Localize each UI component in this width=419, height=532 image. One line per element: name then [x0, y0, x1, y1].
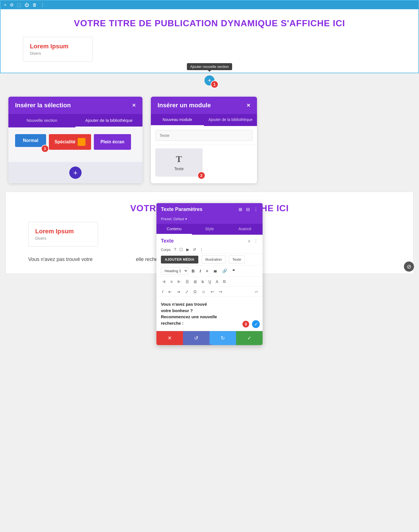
ts-tab-avance[interactable]: Avancé: [227, 224, 263, 235]
add-section-button[interactable]: + 1: [204, 75, 215, 86]
more-icon[interactable]: ⋮: [40, 2, 45, 8]
copy-format-button[interactable]: ⧉: [222, 278, 227, 285]
italic-button[interactable]: I: [198, 267, 203, 274]
bottom-lorem-card: Lorem Ipsum Divers: [28, 222, 98, 246]
tab-nouveau-module[interactable]: Nouveau module: [151, 114, 204, 126]
badge-3: 3: [242, 320, 250, 328]
lorem-card: Lorem Ipsum Divers: [23, 37, 93, 61]
ts-fullscreen-icon[interactable]: ⊞: [239, 207, 242, 212]
ts-collapse-icon[interactable]: ∧: [247, 238, 251, 244]
toolbar-strip[interactable]: + ⚙ ⬚ ⏻ 🗑 ⋮: [1, 1, 418, 9]
add-module-button[interactable]: +: [69, 167, 82, 179]
undo-btn[interactable]: ↩: [210, 289, 215, 295]
section-type-buttons: Normal 1 Spécialité Plein écran: [15, 134, 136, 150]
align-center-button[interactable]: ≡: [169, 279, 174, 285]
badge-2: 2: [197, 172, 205, 179]
top-editor-section: + ⚙ ⬚ ⏻ 🗑 ⋮ VOTRE TITRE DE PUBLICATION D…: [0, 0, 419, 73]
align-left-button[interactable]: ⫷: [161, 279, 167, 285]
normal-btn-wrapper: Normal 1: [15, 134, 46, 150]
ts-kebab-icon[interactable]: ⋮: [254, 238, 258, 244]
tab-ajouter-bibliotheque-module[interactable]: Ajouter de la bibliothèque: [204, 114, 257, 126]
ts-tabs: Contenu Style Avancé: [156, 224, 263, 235]
module-search-input[interactable]: [155, 130, 253, 141]
indent-right-button[interactable]: ⇥: [176, 289, 181, 295]
link-button[interactable]: 🔗: [220, 267, 229, 275]
align-right-button[interactable]: ⫸: [176, 279, 182, 285]
bottom-card-subtitle: Divers: [35, 236, 91, 241]
illustration-button[interactable]: Illustration: [202, 255, 225, 263]
align-justify-button[interactable]: ☰: [184, 279, 190, 285]
ts-content-area: Vous n'avez pas trouvévotre bonheur ?Rec…: [156, 297, 263, 331]
normal-button[interactable]: Normal: [15, 134, 46, 147]
undo-small-icon[interactable]: ↺: [193, 247, 196, 252]
add-icon[interactable]: +: [4, 3, 6, 8]
ts-more-icon[interactable]: ⋮: [254, 207, 258, 212]
page-title: VOTRE TITRE DE PUBLICATION DYNAMIQUE S'A…: [1, 9, 418, 34]
settings-icon[interactable]: ⚙: [10, 2, 14, 8]
strikethrough-button[interactable]: S̶: [200, 279, 205, 285]
bottom-card-title: Lorem Ipsum: [35, 228, 91, 235]
insert-module-panel: Insérer un module × Nouveau module Ajout…: [151, 97, 257, 183]
ordered-list-button[interactable]: ≣: [212, 267, 219, 275]
redo-btn[interactable]: ↪: [218, 289, 223, 295]
module-panel-title: Insérer un module: [158, 102, 211, 109]
specialite-button[interactable]: Spécialité: [49, 134, 91, 150]
ts-columns-icon[interactable]: ⊟: [246, 207, 250, 212]
question-icon[interactable]: ?: [174, 247, 176, 252]
confirm-button[interactable]: ✓: [236, 331, 263, 345]
ts-tab-style[interactable]: Style: [192, 224, 227, 235]
text-settings-panel: Texte Paramètres ⊞ ⊟ ⋮ Preset: Défaut ▾ …: [156, 203, 263, 345]
forbid-icon: ⊘: [404, 262, 414, 272]
ts-title: Texte Paramètres: [161, 206, 203, 212]
mobile-icon[interactable]: ☐: [179, 247, 183, 252]
ajouter-media-button[interactable]: AJOUTER MÉDIA: [161, 256, 198, 263]
cancel-button[interactable]: ✕: [156, 331, 183, 345]
bottom-editor-section: VOTRE TITRE DE PU…AFFICHE ICI Lorem Ipsu…: [6, 192, 413, 274]
color-button[interactable]: A: [215, 279, 219, 285]
plus-icon: +: [73, 168, 77, 177]
italic-small-button[interactable]: 𝐼: [161, 288, 165, 295]
module-panel-header: Insérer un module ×: [151, 97, 257, 114]
plein-ecran-button[interactable]: Plein écran: [94, 134, 131, 150]
extra-icon[interactable]: ⇌: [255, 289, 258, 294]
module-item-texte[interactable]: T Texte 2: [155, 148, 203, 177]
power-icon[interactable]: ⏻: [25, 3, 29, 8]
bold-button[interactable]: B: [190, 267, 196, 274]
insert-panel-footer: +: [8, 162, 142, 183]
dots-icon[interactable]: ⋮: [199, 247, 203, 252]
omega-button[interactable]: Ω: [192, 289, 197, 295]
ts-section-title: Texte: [161, 238, 174, 244]
undo-button[interactable]: ↺: [183, 331, 210, 345]
texte-button[interactable]: Texte: [229, 255, 245, 263]
indent-left-button[interactable]: ⇤: [167, 289, 173, 295]
tab-ajouter-bibliotheque[interactable]: Ajouter de la bibliothèque: [75, 114, 142, 127]
badge-3-container: 3: [242, 320, 250, 328]
cursor-icon[interactable]: ▶: [186, 247, 189, 252]
table-button[interactable]: ⊞: [192, 279, 198, 285]
ts-section-header: Texte ∧ ⋮: [156, 235, 263, 246]
texte-label: Texte: [174, 167, 184, 171]
heading-select[interactable]: Heading 2 Normal Heading 1 Heading 3: [161, 267, 188, 275]
module-panel-close[interactable]: ×: [247, 102, 250, 109]
redo-button[interactable]: ↻: [210, 331, 236, 345]
ts-tab-contenu[interactable]: Contenu: [156, 224, 192, 235]
ts-footer: ✕ ↺ ↻ ✓: [156, 331, 263, 345]
layout-icon[interactable]: ⬚: [17, 2, 21, 8]
ts-format-row-3: 𝐼 ⇤ ⇥ ⤢ Ω ☺ ↩ ↪ ⇌: [156, 287, 263, 297]
emoji-button[interactable]: ☺: [200, 289, 206, 295]
add-section-tooltip: Ajouter nouvelle section: [187, 63, 232, 70]
unordered-list-button[interactable]: ≡: [204, 267, 210, 274]
expand-button[interactable]: ⤢: [184, 289, 190, 295]
card-subtitle: Divers: [30, 51, 86, 56]
module-panel-tabs: Nouveau module Ajouter de la bibliothèqu…: [151, 114, 257, 126]
ts-preset[interactable]: Preset: Défaut ▾: [156, 216, 263, 224]
ts-body: Texte ∧ ⋮ Corps ? ☐ ▶ ↺ ⋮ AJOUTER MÉDIA: [156, 235, 263, 345]
ts-toolbar-row-1: Corps ? ☐ ▶ ↺ ⋮: [156, 246, 263, 254]
underline-button[interactable]: U̲: [207, 279, 212, 285]
tab-nouvelle-section[interactable]: Nouvelle section: [8, 114, 75, 127]
ts-header: Texte Paramètres ⊞ ⊟ ⋮: [156, 203, 263, 216]
insert-panel-close[interactable]: ×: [132, 102, 136, 109]
ts-header-icons: ⊞ ⊟ ⋮: [239, 207, 258, 212]
quote-button[interactable]: ❝: [231, 267, 236, 275]
delete-icon[interactable]: 🗑: [32, 3, 37, 8]
